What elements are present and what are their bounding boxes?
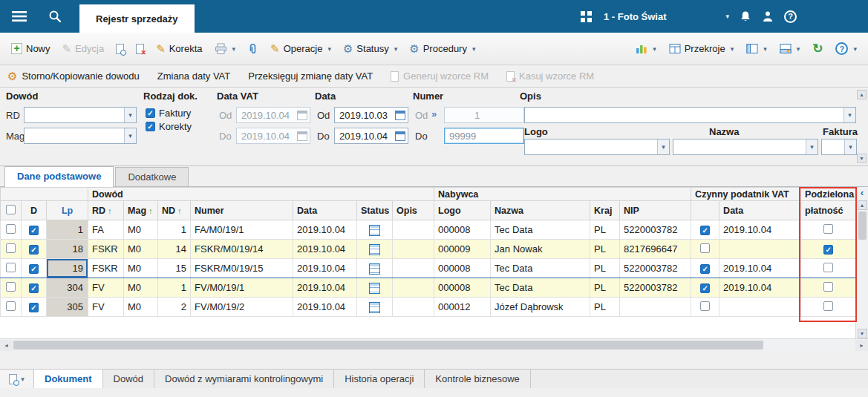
layout-settings-button[interactable]	[774, 39, 806, 58]
cell-nip[interactable]: 5220003782	[620, 278, 691, 298]
scrollbar-thumb[interactable]	[13, 341, 763, 350]
cell-vat-data[interactable]: 2019.10.04	[719, 220, 801, 240]
number-to-field[interactable]: 99999	[444, 128, 524, 144]
row-select-checkbox[interactable]	[6, 224, 16, 234]
repost-vat-date-button[interactable]: Przeksięguj zmianę daty VAT	[248, 70, 373, 82]
header-mag[interactable]: Mag	[124, 201, 158, 220]
header-status[interactable]: Status	[357, 201, 393, 220]
sort-asc-icon[interactable]	[149, 206, 153, 216]
cell-vat[interactable]	[691, 278, 719, 298]
cell-lp[interactable]: 304	[47, 278, 88, 298]
vat-checkbox[interactable]	[700, 243, 710, 253]
chevron-down-icon[interactable]	[653, 45, 656, 53]
cell-numer[interactable]: FV/M0/19/1	[191, 278, 293, 298]
sort-asc-icon[interactable]	[177, 206, 182, 216]
scroll-up-button[interactable]	[858, 200, 867, 210]
header-data[interactable]: Data	[293, 201, 357, 220]
split-payment-checkbox[interactable]	[823, 224, 833, 234]
d-checkbox[interactable]	[29, 283, 39, 293]
cell-vat-data[interactable]: 2019.10.04	[719, 278, 801, 298]
cell-logo[interactable]: 000008	[434, 259, 491, 278]
cell-nd[interactable]: 2	[158, 298, 191, 317]
cell-status[interactable]	[357, 298, 393, 317]
cell-numer[interactable]: FA/M0/19/1	[191, 220, 293, 240]
status-icon[interactable]	[369, 302, 380, 313]
header-vat-check[interactable]	[691, 201, 719, 220]
header-numer[interactable]: Numer	[191, 201, 293, 220]
status-icon[interactable]	[369, 283, 380, 294]
split-payment-checkbox[interactable]	[823, 263, 833, 272]
sort-asc-icon[interactable]	[108, 206, 112, 216]
cell-logo[interactable]: 000008	[434, 278, 491, 298]
header-lp[interactable]: Lp	[47, 201, 88, 220]
cell-nazwa[interactable]: Tec Data	[491, 259, 590, 278]
cell-data[interactable]: 2019.10.04	[293, 278, 357, 298]
cell-lp[interactable]: 18	[47, 240, 88, 259]
cell-rd[interactable]: FSKR	[88, 240, 124, 259]
views-button[interactable]: Przekroje	[664, 39, 739, 58]
header-nip[interactable]: NIP	[620, 201, 691, 220]
logo-select[interactable]	[524, 139, 670, 155]
korekty-checkbox-row[interactable]: Korekty	[146, 121, 192, 132]
cell-nazwa[interactable]: Tec Data	[491, 220, 590, 240]
date-to-field[interactable]: 2019.10.04	[334, 128, 408, 144]
scroll-left-button[interactable]	[0, 340, 13, 351]
app-grid-icon[interactable]	[581, 11, 592, 22]
cell-split[interactable]	[801, 240, 856, 259]
edit-button[interactable]: Edycja	[57, 39, 110, 59]
calendar-icon[interactable]	[395, 111, 405, 120]
scroll-right-button[interactable]	[855, 340, 868, 351]
delete-rm-button[interactable]: Kasuj wzorce RM	[506, 70, 594, 82]
cell-nazwa[interactable]: Jan Nowak	[491, 240, 590, 259]
company-name[interactable]: 1 - Foto Świat	[604, 11, 667, 22]
company-chevron-icon[interactable]	[726, 13, 730, 20]
faktury-checkbox-row[interactable]: Faktury	[146, 108, 191, 119]
cell-vat-data[interactable]: 2019.10.04	[719, 259, 801, 278]
bottom-tab[interactable]: Dowód	[103, 370, 154, 388]
cell-split[interactable]	[801, 278, 856, 298]
cell-split[interactable]	[801, 259, 856, 278]
bottom-tab[interactable]: Kontrole biznesowe	[425, 370, 530, 388]
tab-dane-podstawowe[interactable]: Dane podstawowe	[4, 166, 114, 187]
statuses-button[interactable]: Statusy	[338, 39, 402, 59]
cell-kraj[interactable]: PL	[590, 220, 620, 240]
bottom-tab[interactable]: Dowód z wymiarami kontrolingowymi	[154, 370, 334, 388]
chevron-down-icon[interactable]	[853, 45, 857, 53]
refresh-button[interactable]	[807, 39, 828, 59]
table-row[interactable]: 304FVM01FV/M0/19/12019.10.04000008Tec Da…	[1, 278, 856, 298]
chevron-down-icon[interactable]	[797, 45, 800, 53]
chevron-down-icon[interactable]	[394, 45, 398, 53]
header-rd[interactable]: RD	[88, 201, 124, 220]
row-select-checkbox[interactable]	[6, 263, 16, 272]
tab-rejestr-sprzedazy[interactable]: Rejestr sprzedaży	[79, 4, 195, 33]
scroll-up-button[interactable]	[857, 90, 867, 99]
cell-data[interactable]: 2019.10.04	[293, 240, 357, 259]
menu-button[interactable]	[6, 5, 33, 27]
cell-kraj[interactable]: PL	[590, 240, 620, 259]
cell-vat[interactable]	[691, 298, 719, 317]
status-icon[interactable]	[369, 244, 380, 255]
faktury-checkbox[interactable]	[146, 108, 155, 118]
vat-date-to-field[interactable]: 2019.10.04	[236, 128, 310, 144]
chevron-down-icon[interactable]	[763, 45, 767, 53]
cell-opis[interactable]	[393, 278, 434, 298]
print-button[interactable]	[209, 39, 241, 59]
cell-nd[interactable]: 1	[158, 278, 191, 298]
cell-select[interactable]	[1, 278, 22, 298]
cell-nip[interactable]: 5220003782	[620, 220, 691, 240]
mag-select[interactable]	[24, 128, 137, 144]
cell-d[interactable]	[22, 220, 47, 240]
vat-checkbox[interactable]	[700, 301, 710, 311]
cell-mag[interactable]: M0	[124, 259, 158, 278]
chevron-down-icon[interactable]	[232, 45, 236, 53]
cell-nip[interactable]: 8217696647	[620, 240, 691, 259]
cell-vat[interactable]	[691, 240, 719, 259]
cell-rd[interactable]: FA	[88, 220, 124, 240]
number-from-field[interactable]: 1	[444, 107, 524, 123]
cell-d[interactable]	[22, 240, 47, 259]
help-icon[interactable]	[784, 10, 797, 23]
scroll-down-button[interactable]	[857, 154, 867, 163]
row-select-checkbox[interactable]	[6, 282, 16, 292]
d-checkbox[interactable]	[29, 245, 39, 255]
cell-split[interactable]	[801, 220, 856, 240]
